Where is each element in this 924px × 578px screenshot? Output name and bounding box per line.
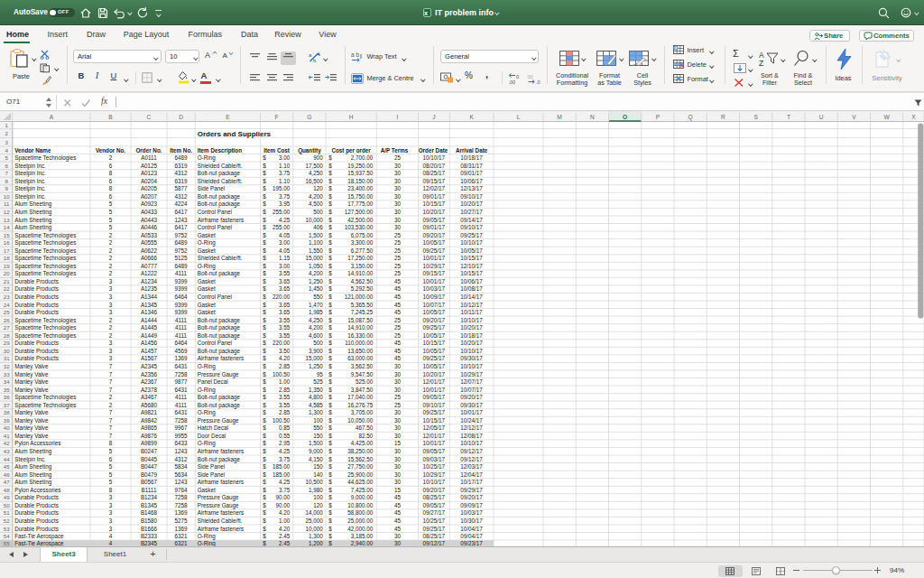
- svg-text:$: $: [263, 371, 266, 378]
- svg-text:Alum Sheeting: Alum Sheeting: [14, 200, 51, 208]
- svg-text:5: 5: [109, 448, 113, 454]
- svg-text:25: 25: [394, 232, 402, 238]
- svg-text:08/25/17: 08/25/17: [422, 494, 445, 500]
- svg-text:09/25/17: 09/25/17: [422, 409, 445, 415]
- svg-text:7: 7: [5, 170, 8, 176]
- svg-text:3: 3: [109, 285, 113, 292]
- svg-text:26: 26: [4, 317, 10, 323]
- svg-text:127,500.00: 127,500.00: [345, 209, 374, 215]
- svg-text:55: 55: [4, 540, 10, 546]
- svg-text:7: 7: [109, 378, 113, 385]
- svg-text:Shielded Cable/ft.: Shielded Cable/ft.: [198, 517, 243, 524]
- svg-text:2: 2: [109, 394, 113, 400]
- svg-text:10/10/17: 10/10/17: [422, 154, 445, 161]
- svg-text:6321: 6321: [175, 540, 189, 546]
- svg-text:5,292.50: 5,292.50: [351, 285, 374, 292]
- svg-text:110,000.00: 110,000.00: [345, 340, 374, 346]
- svg-text:Z: Z: [759, 59, 763, 67]
- svg-text:14: 14: [4, 224, 10, 230]
- svg-text:1.10: 1.10: [279, 163, 291, 169]
- svg-text:$: $: [263, 278, 266, 284]
- svg-text:220.00: 220.00: [273, 340, 291, 346]
- svg-text:4,250: 4,250: [309, 170, 323, 176]
- svg-text:10/20/17: 10/20/17: [460, 340, 483, 346]
- svg-text:Shielded Cable/ft.: Shielded Cable/ft.: [198, 255, 243, 261]
- svg-text:A0207: A0207: [141, 193, 158, 200]
- svg-text:Q: Q: [688, 114, 693, 121]
- svg-text:Vendor Name: Vendor Name: [14, 147, 51, 154]
- svg-text:30: 30: [394, 378, 402, 385]
- svg-text:09/25/17: 09/25/17: [422, 526, 445, 532]
- svg-text:A0123: A0123: [141, 170, 158, 176]
- svg-text:10/08/17: 10/08/17: [460, 285, 483, 292]
- svg-text:Steelpin Inc.: Steelpin Inc.: [14, 185, 46, 192]
- svg-text:$: $: [328, 371, 332, 378]
- svg-text:$: $: [263, 456, 266, 462]
- svg-text:10,050.00: 10,050.00: [347, 417, 374, 424]
- svg-text:Durable Products: Durable Products: [14, 509, 59, 516]
- svg-text:2.85: 2.85: [279, 409, 291, 415]
- svg-text:42: 42: [4, 440, 10, 446]
- svg-text:63,000.00: 63,000.00: [347, 355, 374, 361]
- svg-text:$: $: [263, 479, 266, 485]
- svg-text:185.00: 185.00: [273, 463, 291, 470]
- svg-text:5: 5: [109, 224, 113, 230]
- svg-text:525: 525: [313, 378, 323, 385]
- svg-text:4: 4: [5, 147, 8, 154]
- svg-text:$: $: [328, 363, 332, 369]
- svg-text:30: 30: [394, 200, 402, 207]
- svg-text:Bolt-nut package: Bolt-nut package: [198, 456, 241, 463]
- svg-text:6: 6: [109, 178, 113, 184]
- svg-text:10/15/17: 10/15/17: [422, 340, 445, 346]
- svg-text:4569: 4569: [175, 348, 189, 354]
- svg-text:7,425.00: 7,425.00: [351, 487, 374, 493]
- svg-text:Bolt-nut package: Bolt-nut package: [198, 200, 241, 208]
- svg-text:Spacetime Technologies: Spacetime Technologies: [14, 332, 76, 340]
- svg-text:Gasket: Gasket: [198, 302, 216, 308]
- svg-text:1243: 1243: [175, 217, 189, 223]
- svg-text:$: $: [263, 224, 266, 230]
- svg-text:Airframe fasteners: Airframe fasteners: [198, 355, 244, 361]
- svg-text:b: b: [356, 51, 360, 58]
- svg-text:30: 30: [394, 178, 402, 184]
- svg-text:$: $: [263, 317, 266, 323]
- svg-text:31: 31: [4, 355, 10, 361]
- svg-text:12/08/17: 12/08/17: [460, 433, 483, 439]
- svg-text:Alum Sheeting: Alum Sheeting: [14, 471, 51, 479]
- svg-text:Door Decal: Door Decal: [198, 433, 226, 439]
- svg-text:3,705.00: 3,705.00: [351, 409, 374, 415]
- svg-text:4,600: 4,600: [309, 332, 323, 339]
- svg-text:09/20/17: 09/20/17: [460, 494, 483, 500]
- svg-text:30: 30: [394, 217, 402, 223]
- svg-text:A0622: A0622: [141, 247, 158, 254]
- svg-text:82.50: 82.50: [359, 433, 374, 439]
- svg-text:4224: 4224: [175, 200, 189, 207]
- svg-text:A1456: A1456: [141, 340, 158, 346]
- svg-text:25: 25: [394, 263, 402, 269]
- svg-text:2: 2: [109, 255, 113, 261]
- svg-text:B0447: B0447: [141, 463, 158, 470]
- svg-text:42,500.00: 42,500.00: [347, 217, 374, 223]
- svg-text:Control Panel: Control Panel: [198, 340, 232, 346]
- svg-text:$: $: [263, 200, 266, 207]
- svg-text:A0777: A0777: [141, 263, 158, 269]
- svg-text:10/25/17: 10/25/17: [422, 517, 445, 524]
- svg-text:255.00: 255.00: [273, 209, 291, 215]
- svg-text:09/30/17: 09/30/17: [460, 402, 483, 408]
- svg-text:3.65: 3.65: [279, 302, 291, 308]
- svg-text:27,750.00: 27,750.00: [347, 463, 374, 470]
- svg-text:.00: .00: [509, 79, 516, 85]
- svg-text:44,625.00: 44,625.00: [347, 479, 374, 485]
- svg-text:467.50: 467.50: [356, 424, 374, 431]
- svg-text:Shielded Cable/ft.: Shielded Cable/ft.: [198, 163, 243, 169]
- svg-text:21: 21: [4, 278, 10, 284]
- svg-text:A0125: A0125: [141, 163, 158, 169]
- svg-text:500: 500: [313, 209, 323, 215]
- svg-text:9: 9: [5, 185, 8, 191]
- svg-text:9,000: 9,000: [309, 448, 323, 454]
- svg-text:90.00: 90.00: [276, 502, 291, 508]
- svg-text:Shielded Cable/ft.: Shielded Cable/ft.: [198, 178, 243, 184]
- svg-text:90.00: 90.00: [276, 494, 291, 500]
- svg-text:Spacetime Technologies: Spacetime Technologies: [14, 394, 76, 401]
- svg-text:6417: 6417: [175, 224, 189, 230]
